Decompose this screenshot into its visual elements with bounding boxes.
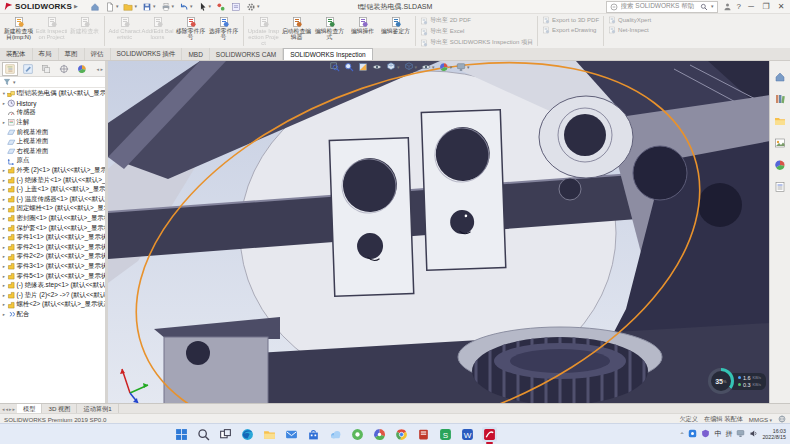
file-explorer-tab[interactable] [774,113,786,131]
reader-app-icon[interactable] [416,427,431,442]
dropdown-caret-icon[interactable]: ▾ [467,65,470,70]
model-boss-hole[interactable] [564,114,606,156]
save-button[interactable]: ▾ [142,2,156,12]
panel-tab-configurationmanager[interactable] [38,62,54,76]
ime-mode-indicator[interactable]: 拼 [725,429,732,439]
open-file-button[interactable]: ▾ [123,2,137,12]
ribbon-button[interactable]: 选择零件序号 [207,15,240,47]
ribbon-tab-mbd[interactable]: MBD [182,48,209,60]
dropdown-caret-icon[interactable]: ▾ [116,4,119,9]
tray-app-purple-icon[interactable] [701,429,710,439]
tree-item[interactable]: 传感器 [1,108,105,118]
tree-item[interactable]: ▸外壳 (2)<1> (默认<<默认>_显示状 [1,166,105,176]
undo-button[interactable]: ▾ [179,2,193,12]
tree-item[interactable]: ▸螺栓<2> (默认<<默认>_显示状态 [1,300,105,310]
dropdown-caret-icon[interactable]: ▾ [190,4,193,9]
view-orientation-button[interactable]: ▾ [386,62,400,72]
tree-item[interactable]: ▸(-) 垫片 (2)<2> ->? (默认<<默认> [1,290,105,300]
panel-tab-displaymanager[interactable] [74,62,90,76]
dropdown-caret-icon[interactable]: ▾ [257,4,260,9]
tree-filter-row[interactable]: ▾ [0,77,105,88]
tree-item[interactable]: ▸(-) 绝缘表.step<1> (默认<<默认> [1,281,105,291]
zoom-area-button[interactable] [344,62,354,72]
file-properties-button[interactable] [231,2,241,12]
tree-item[interactable]: 原点 [1,156,105,166]
search-box[interactable]: 搜索 SOLIDWORKS 帮助 ▾ [606,1,718,13]
close-button[interactable]: ✕ [776,2,786,12]
search-caret-icon[interactable]: ▾ [711,4,714,9]
tree-item[interactable]: ▸零件1<1> (默认<<默认>_显示状态 [1,233,105,243]
tree-item[interactable]: ▸(-) 温度传感器<1> (默认<<默认>_ [1,195,105,205]
graphics-viewport[interactable]: ▾▾▾▾▾ 35% 1.6KB/s0.3KB/s [108,61,770,404]
model-right-hole-2[interactable] [698,183,742,227]
model-right-hole-1[interactable] [633,146,687,200]
home-button[interactable] [90,2,100,12]
panel-tab-scroll-arrows[interactable]: ◂ ▸ [97,66,103,72]
tree-item[interactable]: 右视基准面 [1,147,105,157]
ribbon-tab-装配体[interactable]: 装配体 [0,48,33,60]
model-bottom-left-block[interactable] [164,337,268,404]
file-explorer-icon[interactable] [262,427,277,442]
custom-properties-tab[interactable] [774,179,786,197]
view-settings-button[interactable]: ▾ [456,62,470,72]
login-icon[interactable] [723,2,732,11]
minimize-button[interactable]: ─ [746,2,756,12]
mail-icon[interactable] [284,427,299,442]
dropdown-caret-icon[interactable]: ▾ [172,4,175,9]
dropdown-caret-icon[interactable]: ▾ [450,65,453,70]
display-tray-icon[interactable] [736,429,745,439]
annotation-view-button[interactable] [372,62,382,72]
model-bottom-left-hole[interactable] [186,341,210,365]
restore-button[interactable]: ❐ [761,2,771,12]
start-button[interactable] [174,427,189,442]
tab-scroll-button[interactable]: ◂ [2,406,5,412]
tree-item[interactable]: ▸零件5<1> (默认<<默认>_显示状态 [1,271,105,281]
display-style-button[interactable]: ▾ [404,62,418,72]
new-file-button[interactable]: ▾ [105,2,119,12]
word-app-icon[interactable]: W [460,427,475,442]
ribbon-tab-solidworks-cam[interactable]: SOLIDWORKS CAM [210,48,283,60]
help-button[interactable]: ? [737,2,741,11]
view-palette-tab[interactable] [774,135,786,153]
model-scene[interactable] [108,61,770,404]
appearances-tab[interactable] [774,157,786,175]
weather-icon[interactable] [328,427,343,442]
model-left-plate[interactable] [329,138,413,297]
app-green-icon[interactable] [350,427,365,442]
tree-item[interactable]: ▸配合 [1,310,105,320]
tree-item[interactable]: ▾t型铠装热电偶 (默认<默认_显示状态-1> [1,89,105,99]
ime-language-indicator[interactable]: 中 [714,429,721,439]
dropdown-caret-icon[interactable]: ▾ [415,65,418,70]
model-boss-small-hole[interactable] [559,178,581,200]
ribbon-tab-solidworks-inspection[interactable]: SOLIDWORKS Inspection [283,48,373,60]
tab-scroll-button[interactable]: ◂ [6,406,9,412]
ribbon-button[interactable]: 编辑检查方式 [313,15,346,47]
zoom-fit-button[interactable] [330,62,340,72]
ribbon-button[interactable]: 新建检查项目(imp:N) [2,15,35,47]
ribbon-button[interactable]: 编辑操作 [346,15,379,47]
options-button[interactable]: ▾ [246,2,260,12]
hide-show-button[interactable]: ▾ [421,62,435,72]
tray-expand-chevron[interactable]: ⌃ [679,431,684,438]
edit-appearance-button[interactable]: ▾ [439,62,453,72]
dropdown-caret-icon[interactable]: ▾ [134,4,137,9]
taskbar-clock[interactable]: 16:032022/8/15 [762,428,788,440]
tree-item[interactable]: ▸保护套<1> (默认<<默认>_显示状 [1,223,105,233]
panel-tab-featuremanager[interactable] [2,62,18,76]
tree-item[interactable]: ▸(-) 上盖<1> (默认<<默认>_显示状 [1,185,105,195]
rebuild-button[interactable] [216,2,226,12]
ribbon-tab-布局[interactable]: 布局 [33,48,59,60]
tree-item[interactable]: ▸零件3<1> (默认<<默认>_显示状态 [1,262,105,272]
edge-icon[interactable] [240,427,255,442]
print-button[interactable]: ▾ [161,2,175,12]
dropdown-caret-icon[interactable]: ▾ [768,417,772,423]
dropdown-caret-icon[interactable]: ▾ [209,4,212,9]
dropdown-caret-icon[interactable]: ▾ [153,4,156,9]
ribbon-tab-草图[interactable]: 草图 [59,48,85,60]
dropdown-caret-icon[interactable]: ▾ [397,65,400,70]
section-view-button[interactable] [358,62,368,72]
design-library-tab[interactable] [774,91,786,109]
panel-tab-propertymanager[interactable] [20,62,36,76]
solidworks-logo[interactable]: SOLIDWORKS ▶ [0,2,82,11]
tab-scroll-button[interactable]: ▸ [9,406,12,412]
